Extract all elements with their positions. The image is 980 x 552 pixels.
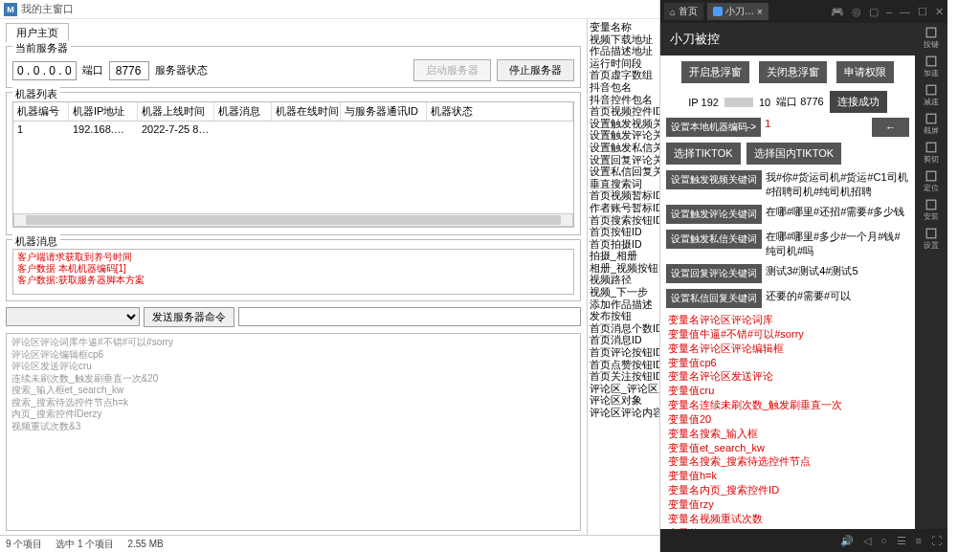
keyword-label[interactable]: 设置回复评论关键词 xyxy=(666,264,762,283)
keyword-value: 在哪#哪里#多少#一个月#钱#纯司机#吗 xyxy=(766,230,909,258)
var-item: 相册_视频按钮 xyxy=(590,262,657,275)
var-item: 首页关注按钮ID xyxy=(590,370,657,383)
message-title: 机器消息 xyxy=(12,234,60,249)
window-title: 我的主窗口 xyxy=(21,2,74,16)
tool-按键[interactable]: 按键 xyxy=(920,27,943,50)
var-item: 首页视频暂标ID xyxy=(590,189,657,202)
server-port-input[interactable]: 8776 xyxy=(109,61,149,80)
ip-masked xyxy=(724,98,753,107)
var-item: 垂直搜索词 xyxy=(590,178,657,190)
col-comm[interactable]: 与服务器通讯ID xyxy=(341,102,427,121)
set-local-label[interactable]: 设置本地机器编码-> xyxy=(666,118,761,137)
var-item: 发布按钮 xyxy=(590,310,657,322)
send-command-button[interactable]: 发送服务器命令 xyxy=(144,307,234,327)
var-item: 设置触发视频关键 xyxy=(590,118,657,130)
emulator-tab-home[interactable]: ⌂ 首页 xyxy=(664,3,703,20)
server-ip-input[interactable]: 0 . 0 . 0 . 0 xyxy=(12,61,77,80)
keyword-label[interactable]: 设置触发私信关键词 xyxy=(666,230,762,249)
titlebar: M 我的主窗口 xyxy=(0,0,659,19)
maximize-icon[interactable]: ☐ xyxy=(918,6,927,18)
col-online[interactable]: 机器上线时间 xyxy=(138,102,214,121)
tool-定位[interactable]: 定位 xyxy=(920,170,943,193)
col-id[interactable]: 机器编号 xyxy=(13,102,69,121)
compass-icon[interactable]: ◎ xyxy=(852,6,861,18)
tab-user-home[interactable]: 用户主页 xyxy=(6,23,69,42)
var-item: 首页搜索按钮ID xyxy=(590,214,657,227)
open-float-button[interactable]: 开启悬浮窗 xyxy=(681,61,749,83)
col-status[interactable]: 机器状态 xyxy=(427,102,573,121)
col-msg[interactable]: 机器消息 xyxy=(214,102,272,121)
var-item: 变量名称 xyxy=(590,21,657,33)
horizontal-scrollbar[interactable] xyxy=(13,213,573,227)
close-float-button[interactable]: 关闭悬浮窗 xyxy=(759,61,827,83)
desktop-app: M 我的主窗口 用户主页 当前服务器 0 . 0 . 0 . 0 端口 8776… xyxy=(0,0,660,552)
request-perm-button[interactable]: 申请权限 xyxy=(836,61,894,83)
pick-tiktok-button[interactable]: 选择TIKTOK xyxy=(666,143,741,165)
pick-cn-tiktok-button[interactable]: 选择国内TIKTOK xyxy=(746,143,842,165)
minimize-icon[interactable]: — xyxy=(900,6,910,18)
tool-安装[interactable]: 安装 xyxy=(920,199,943,222)
var-item: 首页按钮ID xyxy=(590,226,657,238)
local-id-value: 1 xyxy=(765,118,770,129)
back-button[interactable]: ← xyxy=(872,118,909,137)
svg-rect-5 xyxy=(926,171,936,181)
dash-icon[interactable]: – xyxy=(886,6,892,18)
tool-截屏[interactable]: 截屏 xyxy=(920,113,943,136)
var-item: 视频_下一步 xyxy=(590,286,657,298)
keyword-value: 还要的#需要#可以 xyxy=(766,289,909,303)
keyword-row: 设置触发视频关键词我#你#货运司机#货运#C1司机#招聘司机#纯司机招聘 xyxy=(660,167,915,202)
nav-back-icon[interactable]: ◁ xyxy=(863,535,871,547)
start-server-button[interactable]: 启动服务器 xyxy=(413,59,491,81)
tool-剪切[interactable]: 剪切 xyxy=(920,142,943,165)
var-item: 首页虚字数组 xyxy=(590,69,657,81)
var-item: 设置私信回复关键 xyxy=(590,166,657,178)
stop-server-button[interactable]: 停止服务器 xyxy=(497,59,574,81)
keyword-label[interactable]: 设置触发视频关键词 xyxy=(666,170,762,189)
var-item: 作者账号暂标ID xyxy=(590,202,657,214)
table-row[interactable]: 1 192.168.… 2022-7-25 8… xyxy=(13,121,573,137)
phone-screen: 小刀被控 开启悬浮窗 关闭悬浮窗 申请权限 IP 192 10 端口 8776 … xyxy=(660,23,915,529)
nav-recent-icon[interactable]: ☰ xyxy=(897,535,906,547)
emulator-toolbar: 按键加速减速截屏剪切定位安装设置 xyxy=(915,23,947,529)
status-size: 2.55 MB xyxy=(127,539,163,549)
var-item: 首页视频控件ID类 xyxy=(590,105,657,118)
message-group: 机器消息 客户端请求获取到养号时间 客户数据 本机机器编码[1] 客户数据:获取… xyxy=(6,239,581,301)
svg-rect-1 xyxy=(926,56,936,66)
close-icon[interactable]: ✕ xyxy=(935,6,944,18)
close-tab-icon[interactable]: × xyxy=(757,7,763,17)
var-item: 评论区评论内容对 xyxy=(590,407,657,419)
box-icon[interactable]: ▢ xyxy=(869,6,879,18)
keyword-label[interactable]: 设置触发评论关键词 xyxy=(666,205,762,224)
command-row: 发送服务器命令 xyxy=(6,305,581,329)
status-items: 9 个项目 xyxy=(6,538,42,551)
var-item: 设置回复评论关键 xyxy=(590,154,657,166)
col-uptime[interactable]: 机器在线时间 xyxy=(272,102,341,121)
fullscreen-icon[interactable]: ⛶ xyxy=(931,535,942,546)
var-item: 拍摄_相册 xyxy=(590,250,657,262)
tool-减速[interactable]: 减速 xyxy=(920,84,943,107)
var-item: 作品描述地址 xyxy=(590,45,657,57)
var-item: 运行时间段 xyxy=(590,57,657,70)
col-ip[interactable]: 机器IP地址 xyxy=(69,102,138,121)
keyword-value: 我#你#货运司机#货运#C1司机#招聘司机#纯司机招聘 xyxy=(766,170,909,199)
gamepad-icon[interactable]: 🎮 xyxy=(831,6,844,18)
emulator-tabbar: ⌂ 首页 小刀… × 🎮 ◎ ▢ – — ☐ ✕ xyxy=(660,0,947,23)
command-input[interactable] xyxy=(238,307,581,326)
emulator-bottom-bar: 🔊 ◁ ○ ☰ ≡ ⛶ xyxy=(660,529,947,552)
var-item: 评论区_评论区风 xyxy=(590,383,657,395)
port-label: 端口 xyxy=(82,63,103,77)
nav-home-icon[interactable]: ○ xyxy=(880,535,887,546)
connect-status-button[interactable]: 连接成功 xyxy=(830,91,887,113)
emulator-tab-app[interactable]: 小刀… × xyxy=(707,3,768,20)
var-item: 首页消息个数ID xyxy=(590,322,657,335)
command-select[interactable] xyxy=(6,307,140,326)
machine-list-title: 机器列表 xyxy=(12,87,60,101)
more-icon[interactable]: ≡ xyxy=(916,535,922,546)
tool-加速[interactable]: 加速 xyxy=(920,55,943,78)
machine-list-group: 机器列表 机器编号 机器IP地址 机器上线时间 机器消息 机器在线时间 与服务器… xyxy=(6,92,581,235)
debug-log: 评论区评论词库牛逼#不错#可以#sorry 评论区评论编辑框cp6 评论区发送评… xyxy=(6,333,581,531)
volume-icon[interactable]: 🔊 xyxy=(840,535,854,547)
emulator-win-controls: 🎮 ◎ ▢ – — ☐ ✕ xyxy=(831,6,944,18)
tool-设置[interactable]: 设置 xyxy=(920,228,943,251)
keyword-label[interactable]: 设置私信回复关键词 xyxy=(666,289,762,308)
